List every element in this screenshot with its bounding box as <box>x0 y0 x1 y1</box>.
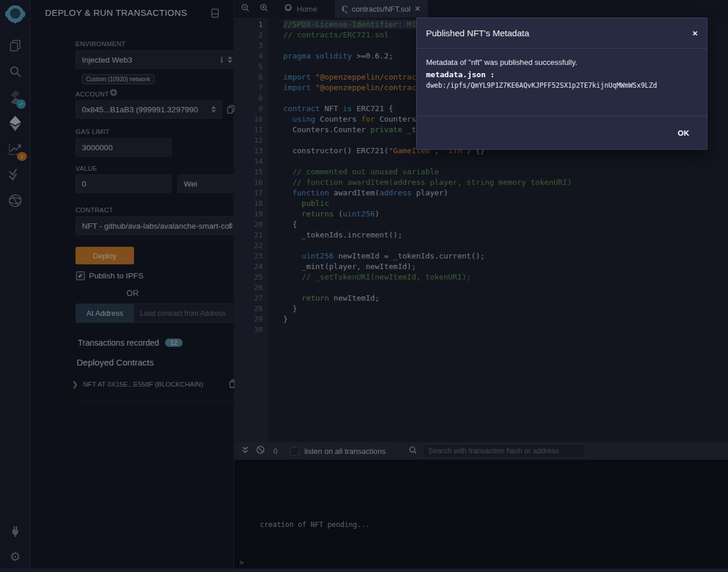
modal-close-icon[interactable]: × <box>692 28 698 38</box>
modal-ok-button[interactable]: OK <box>674 128 693 138</box>
modal-ipfs-url: dweb:/ipfs/QmYL9P1Z7KE6AQvKJPFF52SX1p2TE… <box>426 81 698 89</box>
modal-body: Metadata of "nft" was published successf… <box>417 49 707 116</box>
modal-header: Published NFT's Metadata × <box>417 18 707 49</box>
modal-title: Published NFT's Metadata <box>426 28 529 38</box>
published-metadata-modal: Published NFT's Metadata × Metadata of "… <box>416 18 708 150</box>
modal-file-name: metadata.json : <box>426 70 698 79</box>
modal-message: Metadata of "nft" was published successf… <box>426 58 698 67</box>
modal-footer: OK <box>417 116 707 149</box>
remix-ide-window: ✓ 1 ⚙ DEPLOY & RUN TRANSACTIONS ENVIRONM… <box>0 0 728 572</box>
